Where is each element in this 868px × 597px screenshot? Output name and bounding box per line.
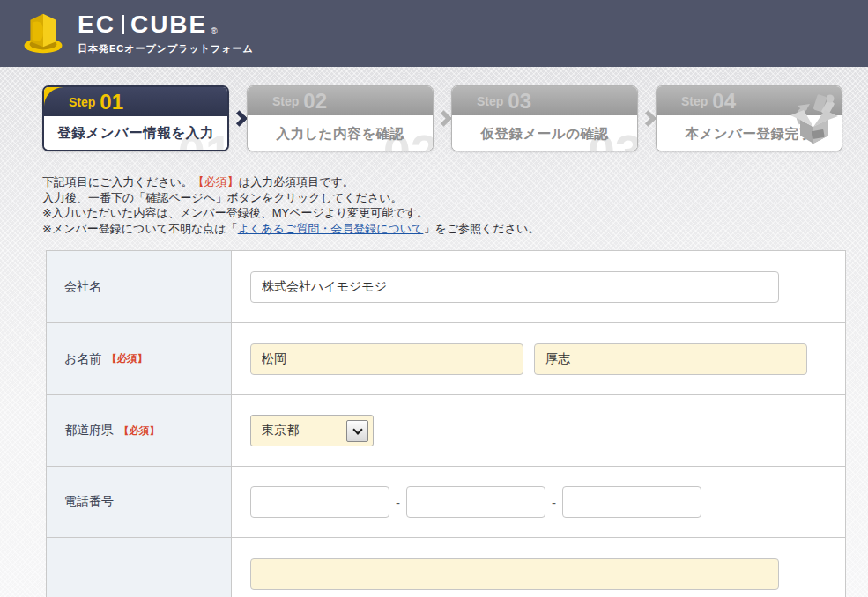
name-required-badge: 【必須】	[107, 352, 147, 365]
company-label: 会社名	[64, 279, 101, 295]
prefecture-value-cell: 東京都	[232, 395, 845, 466]
instruction-line-1: 下記項目にご入力ください。【必須】は入力必須項目です。	[42, 174, 868, 190]
brand-tagline: 日本発ECオープンプラットフォーム	[78, 42, 254, 55]
phone-label: 電話番号	[64, 494, 114, 510]
prefecture-label: 都道府県	[64, 423, 114, 439]
next-field-value-cell	[232, 538, 845, 597]
last-name-input[interactable]	[250, 343, 523, 375]
prefecture-row: 都道府県 【必須】 東京都	[47, 395, 845, 467]
step-2-head: Step 02	[248, 86, 433, 115]
prefecture-selected-value: 東京都	[262, 423, 299, 439]
chevron-down-icon	[352, 424, 362, 434]
phone-part3-input[interactable]	[562, 486, 701, 518]
phone-value-cell: - -	[232, 467, 845, 537]
step-1-head: Step 01	[44, 87, 227, 116]
next-field-label-cell	[47, 538, 232, 597]
company-value-cell	[232, 251, 845, 322]
step-1-number: 01	[100, 92, 123, 113]
phone-part1-input[interactable]	[250, 486, 389, 518]
company-input[interactable]	[250, 271, 779, 303]
step-2-box: Step 02 02 入力した内容を確認	[247, 85, 434, 151]
step-2-body: 02 入力した内容を確認	[248, 115, 433, 151]
phone-label-cell: 電話番号	[47, 467, 232, 537]
instruction-line-4: ※メンバー登録について不明な点は「よくあるご質問・会員登録について」をご参照くだ…	[42, 221, 868, 237]
name-row: お名前 【必須】	[47, 323, 845, 395]
prefecture-required-badge: 【必須】	[119, 424, 160, 438]
registered-mark: ®	[211, 26, 217, 36]
site-header: EC CUBE ® 日本発ECオープンプラットフォーム	[0, 0, 868, 67]
phone-separator: -	[552, 495, 556, 510]
phone-row: 電話番号 - -	[47, 467, 845, 538]
name-label-cell: お名前 【必須】	[47, 323, 232, 394]
member-registration-form: 会社名 お名前 【必須】 都道府県 【必須】 東京都	[46, 250, 846, 597]
form-instructions: 下記項目にご入力ください。【必須】は入力必須項目です。 入力後、一番下の「確認ペ…	[42, 174, 868, 236]
prefecture-label-cell: 都道府県 【必須】	[47, 395, 232, 466]
phone-separator: -	[396, 495, 400, 510]
step-2-title: 入力した内容を確認	[276, 125, 404, 144]
chevron-right-icon	[231, 110, 247, 126]
faq-link[interactable]: よくあるご質問・会員登録について	[238, 222, 424, 235]
instruction-line-2: 入力後、一番下の「確認ページへ」ボタンをクリックしてください。	[42, 190, 868, 206]
step-3-box: Step 03 03 仮登録メールの確認	[451, 85, 638, 151]
chevron-right-icon	[640, 110, 656, 126]
step-4-box: Step 04 本メンバー登録完了	[656, 85, 842, 151]
step-3-word: Step	[477, 94, 503, 108]
step-4-word: Step	[681, 94, 708, 108]
brand-cube: CUBE	[130, 12, 207, 37]
phone-part2-input[interactable]	[406, 486, 545, 518]
step-1-title: 登録メンバー情報を入力	[57, 124, 213, 143]
required-badge-inline: 【必須】	[193, 175, 239, 188]
step-2-number: 02	[303, 91, 327, 112]
brand-ec: EC	[78, 12, 115, 37]
step-4-number: 04	[712, 91, 736, 112]
step-3-head: Step 03	[452, 86, 637, 115]
step-1-box: Step 01 01 登録メンバー情報を入力	[42, 85, 229, 151]
next-field-row	[47, 538, 845, 597]
step-3-title: 仮登録メールの確認	[480, 125, 608, 144]
step-3-number: 03	[508, 91, 531, 112]
company-label-cell: 会社名	[47, 251, 232, 322]
chevron-right-icon	[435, 110, 451, 126]
step-progress-bar: Step 01 01 登録メンバー情報を入力 Step 02 02 入力した内容…	[42, 85, 868, 151]
name-value-cell	[232, 323, 845, 394]
company-row: 会社名	[47, 251, 845, 323]
brand-divider	[122, 15, 124, 34]
step-1-body: 01 登録メンバー情報を入力	[44, 116, 227, 150]
eccube-hat-icon	[23, 11, 63, 55]
step-3-body: 03 仮登録メールの確認	[452, 115, 637, 151]
step-1-word: Step	[69, 95, 95, 109]
next-field-input[interactable]	[250, 558, 779, 590]
select-dropdown-button[interactable]	[346, 420, 368, 442]
gift-box-icon	[789, 93, 840, 146]
first-name-input[interactable]	[534, 343, 807, 375]
instruction-line-3: ※入力いただいた内容は、メンバー登録後、MYページより変更可能です。	[42, 205, 868, 221]
step-2-word: Step	[272, 94, 299, 108]
prefecture-select[interactable]: 東京都	[250, 415, 374, 446]
name-label: お名前	[64, 351, 101, 367]
